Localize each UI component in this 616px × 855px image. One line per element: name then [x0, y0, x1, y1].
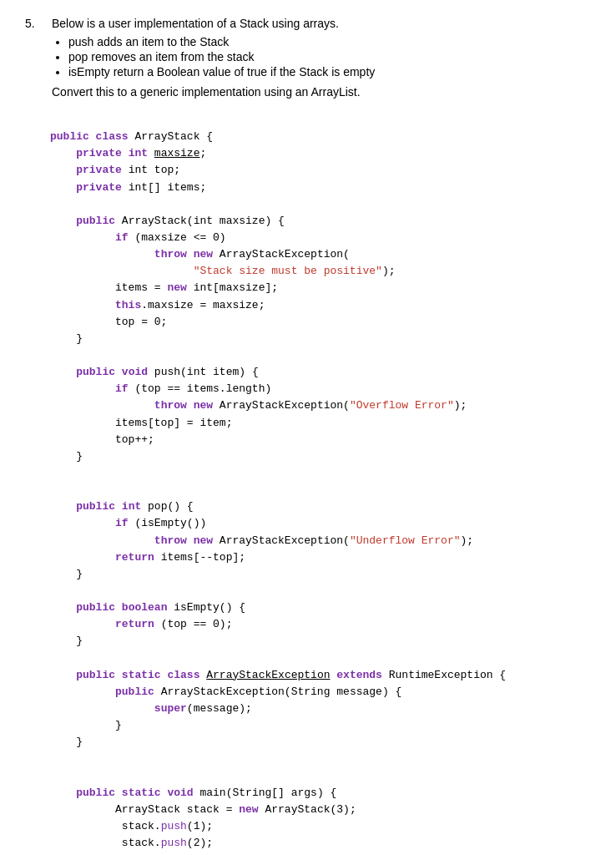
- code-block: public class ArrayStack { private int ma…: [50, 112, 591, 855]
- intro-text: Below is a user implementation of a Stac…: [52, 17, 591, 30]
- question-text: Below is a user implementation of a Stac…: [52, 17, 591, 104]
- convert-text: Convert this to a generic implementation…: [52, 85, 591, 99]
- bullet-item-3: isEmpty return a Boolean value of true i…: [68, 65, 591, 78]
- bullet-item-1: push adds an item to the Stack: [68, 35, 591, 48]
- bullet-item-2: pop removes an item from the stack: [68, 50, 591, 63]
- question-container: 5. Below is a user implementation of a S…: [25, 17, 591, 855]
- bullet-list: push adds an item to the Stack pop remov…: [52, 35, 591, 78]
- question-header: 5. Below is a user implementation of a S…: [25, 17, 591, 104]
- question-number: 5.: [25, 17, 42, 104]
